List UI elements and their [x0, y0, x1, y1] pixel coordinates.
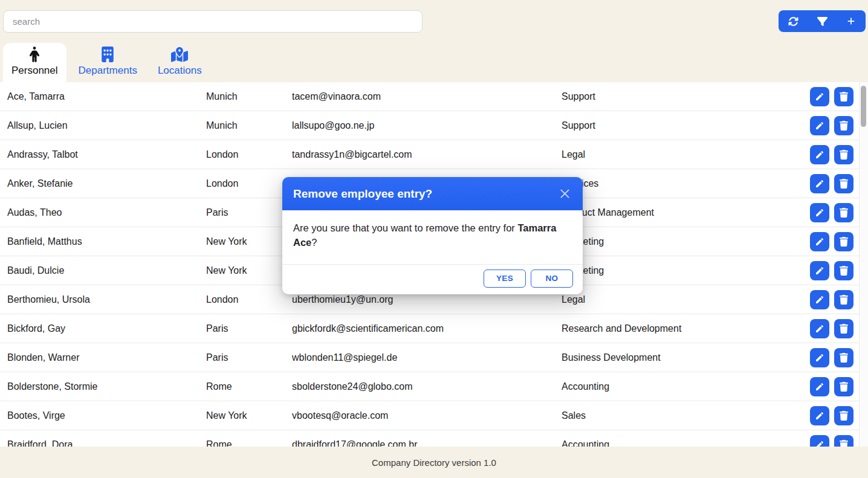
employee-location: London — [206, 140, 238, 169]
employee-name: Ace, Tamarra — [7, 82, 65, 111]
employee-department: Accounting — [562, 372, 609, 401]
pencil-icon — [815, 295, 824, 305]
add-button[interactable] — [837, 10, 866, 32]
employee-email: tandrassy1n@bigcartel.com — [292, 140, 412, 169]
pencil-icon — [815, 324, 824, 334]
delete-button[interactable] — [834, 116, 853, 135]
edit-button[interactable] — [810, 116, 829, 135]
employee-name: Blonden, Warner — [7, 343, 79, 372]
trash-icon — [839, 179, 849, 189]
refresh-button[interactable] — [779, 10, 808, 32]
employee-location: London — [206, 285, 238, 314]
edit-button[interactable] — [810, 87, 829, 106]
trash-icon — [839, 150, 849, 160]
tab-departments[interactable]: Departments — [70, 43, 146, 82]
scrollbar-track[interactable] — [859, 82, 868, 447]
edit-button[interactable] — [810, 406, 829, 425]
pencil-icon — [815, 411, 824, 421]
edit-button[interactable] — [810, 203, 829, 222]
employee-department: Support — [562, 111, 595, 140]
pencil-icon — [815, 237, 824, 247]
trash-icon — [839, 266, 849, 276]
employee-name: Audas, Theo — [7, 198, 62, 227]
trash-icon — [839, 411, 849, 421]
table-row: Ace, Tamarra Munich tacem@vinaora.com Su… — [0, 82, 868, 111]
trash-icon — [839, 295, 849, 305]
employee-email: lallsupo@goo.ne.jp — [292, 111, 374, 140]
delete-button[interactable] — [834, 348, 853, 367]
table-row: Allsup, Lucien Munich lallsupo@goo.ne.jp… — [0, 111, 868, 140]
edit-button[interactable] — [810, 348, 829, 367]
employee-department: Legal — [562, 140, 585, 169]
tab-locations-label: Locations — [158, 65, 202, 77]
delete-button[interactable] — [834, 174, 853, 193]
employee-name: Baudi, Dulcie — [7, 256, 64, 285]
pencil-icon — [815, 440, 824, 447]
delete-button[interactable] — [834, 261, 853, 280]
app-footer: Company Directory version 1.0 — [0, 447, 868, 478]
employee-department: Accounting — [562, 430, 609, 447]
delete-button[interactable] — [834, 203, 853, 222]
dialog-message-prefix: Are you sure that you want to remove the… — [293, 222, 517, 233]
edit-button[interactable] — [810, 261, 829, 280]
pencil-icon — [815, 179, 824, 189]
employee-name: Banfield, Matthus — [7, 227, 82, 256]
employee-location: Rome — [206, 372, 232, 401]
edit-button[interactable] — [810, 377, 829, 396]
pencil-icon — [815, 92, 824, 102]
delete-button[interactable] — [834, 319, 853, 338]
edit-button[interactable] — [810, 174, 829, 193]
employee-location: Munich — [206, 82, 238, 111]
dialog-footer: YES NO — [282, 264, 583, 294]
no-button[interactable]: NO — [531, 270, 573, 288]
pencil-icon — [815, 208, 824, 218]
employee-name: Bootes, Virge — [7, 401, 65, 430]
employee-name: Berthomieu, Ursola — [7, 285, 90, 314]
filter-button[interactable] — [808, 10, 837, 32]
delete-button[interactable] — [834, 232, 853, 251]
map-location-icon — [171, 47, 188, 62]
table-row: Bolderstone, Stormie Rome sbolderstone24… — [0, 372, 868, 401]
edit-button[interactable] — [810, 435, 829, 447]
tab-locations[interactable]: Locations — [149, 43, 210, 82]
yes-button[interactable]: YES — [484, 270, 526, 288]
employee-department: Business Development — [562, 343, 661, 372]
employee-location: New York — [206, 401, 247, 430]
trash-icon — [839, 208, 849, 218]
delete-button[interactable] — [834, 406, 853, 425]
employee-location: Munich — [206, 111, 238, 140]
employee-email: vbootesq@oracle.com — [292, 401, 388, 430]
employee-location: New York — [206, 227, 247, 256]
employee-email: sbolderstone24@globo.com — [292, 372, 412, 401]
edit-button[interactable] — [810, 145, 829, 164]
scrollbar-thumb[interactable] — [861, 86, 866, 127]
table-row: Braidford, Dora Rome dbraidford17@google… — [0, 430, 868, 447]
edit-button[interactable] — [810, 290, 829, 309]
employee-location: London — [206, 169, 238, 198]
tab-personnel[interactable]: Personnel — [3, 43, 66, 82]
employee-department: Research and Development — [562, 314, 681, 343]
employee-email: gbickfordk@scientificamerican.com — [292, 314, 444, 343]
employee-name: Bolderstone, Stormie — [7, 372, 97, 401]
employee-location: Paris — [206, 198, 228, 227]
delete-button[interactable] — [834, 87, 853, 106]
employee-location: Rome — [206, 430, 232, 447]
employee-email: tacem@vinaora.com — [292, 82, 381, 111]
dialog-message: Are you sure that you want to remove the… — [282, 210, 572, 264]
delete-button[interactable] — [834, 435, 853, 447]
pencil-icon — [815, 121, 824, 131]
delete-button[interactable] — [834, 290, 853, 309]
edit-button[interactable] — [810, 319, 829, 338]
edit-button[interactable] — [810, 232, 829, 251]
close-button[interactable] — [557, 187, 572, 201]
employee-name: Anker, Stefanie — [7, 169, 73, 198]
table-row: Bootes, Virge New York vbootesq@oracle.c… — [0, 401, 868, 430]
trash-icon — [839, 237, 849, 247]
tab-departments-label: Departments — [79, 65, 137, 77]
delete-button[interactable] — [834, 145, 853, 164]
funnel-icon — [817, 16, 828, 27]
remove-employee-dialog: Remove employee entry? Are you sure that… — [282, 177, 583, 294]
employee-name: Braidford, Dora — [7, 430, 73, 447]
search-input[interactable] — [3, 10, 423, 33]
delete-button[interactable] — [834, 377, 853, 396]
